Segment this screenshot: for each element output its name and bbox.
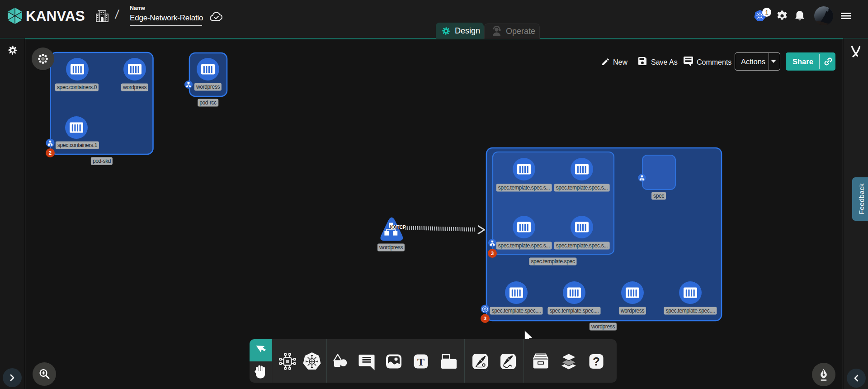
svg-text:Save As: Save As [651,58,678,66]
svg-text:2: 2 [49,150,52,156]
svg-text:T: T [417,356,425,368]
svg-text:1: 1 [765,9,769,16]
svg-text:New: New [613,58,627,66]
svg-text:80/TCP: 80/TCP [391,224,406,230]
svg-text:3: 3 [484,316,486,321]
svg-text:?: ? [593,355,600,368]
svg-text:Comments: Comments [697,58,731,66]
svg-text:3: 3 [491,251,494,256]
